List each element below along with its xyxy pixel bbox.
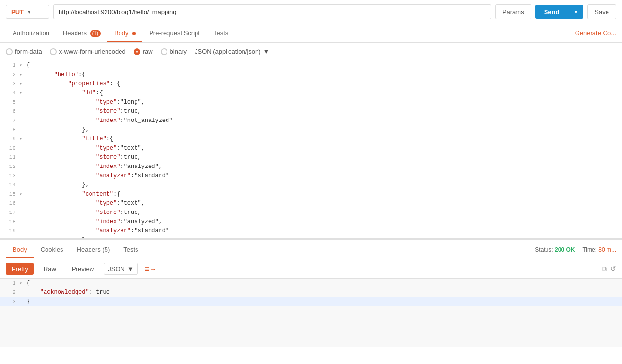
- editor-line: 2▾ "hello":{: [0, 70, 622, 79]
- tab-tests[interactable]: Tests: [207, 26, 235, 42]
- resp-tab-tests[interactable]: Tests: [117, 242, 145, 258]
- line-toggle-icon[interactable]: ▾: [19, 135, 26, 144]
- response-section: Body Cookies Headers (5) Tests Status: 2…: [0, 240, 622, 347]
- editor-line: 20 }: [0, 236, 622, 240]
- editor-line: 11 "store":true,: [0, 153, 622, 162]
- response-action-icons: ⧉ ↺: [602, 265, 616, 273]
- line-number: 2: [0, 70, 19, 79]
- line-content: "type":"text",: [26, 199, 622, 208]
- editor-line: 6 "store":true,: [0, 107, 622, 116]
- resp-line-content: "acknowledged": true: [26, 288, 620, 297]
- line-number: 7: [0, 116, 19, 125]
- resp-line-content: }: [26, 297, 620, 306]
- editor-line: 18 "index":"analyzed",: [0, 217, 622, 227]
- editor-line: 17 "store":true,: [0, 208, 622, 217]
- line-content: "store":true,: [26, 153, 622, 162]
- line-toggle-icon[interactable]: ▾: [19, 190, 26, 199]
- resp-line-number: 1: [2, 279, 19, 288]
- line-content: "hello":{: [26, 70, 622, 79]
- x-www-form-urlencoded-option[interactable]: x-www-form-urlencoded: [50, 48, 126, 55]
- line-number: 11: [0, 153, 19, 162]
- resp-line-toggle-icon[interactable]: ▾: [19, 279, 26, 288]
- preview-button[interactable]: Preview: [66, 263, 100, 275]
- request-tabs: Authorization Headers (1) Body Pre-reque…: [0, 24, 622, 43]
- method-select[interactable]: PUT ▼: [6, 5, 49, 19]
- response-toolbar: Pretty Raw Preview JSON ▼ ≡→ ⧉ ↺: [0, 259, 622, 279]
- raw-option[interactable]: raw: [134, 48, 153, 55]
- copy-icon[interactable]: ⧉: [602, 265, 607, 273]
- form-data-option[interactable]: form-data: [6, 48, 42, 55]
- tab-authorization[interactable]: Authorization: [6, 26, 56, 42]
- format-select[interactable]: JSON (application/json) ▼: [195, 48, 269, 55]
- line-content: "store":true,: [26, 208, 622, 217]
- response-tabs-bar: Body Cookies Headers (5) Tests Status: 2…: [0, 240, 622, 259]
- line-number: 19: [0, 227, 19, 236]
- binary-option[interactable]: binary: [161, 48, 187, 55]
- pretty-button[interactable]: Pretty: [6, 263, 34, 275]
- line-content: "index":"not_analyzed": [26, 116, 622, 125]
- line-content: "analyzer":"standard": [26, 171, 622, 181]
- editor-line: 19 "analyzer":"standard": [0, 227, 622, 236]
- resp-line: 2 "acknowledged": true: [0, 288, 622, 297]
- raw-radio[interactable]: [134, 48, 140, 55]
- send-group: Send ▼: [535, 5, 584, 19]
- line-number: 12: [0, 162, 19, 171]
- resp-tab-cookies[interactable]: Cookies: [34, 242, 70, 258]
- line-number: 8: [0, 125, 19, 135]
- send-dropdown-button[interactable]: ▼: [568, 5, 583, 19]
- line-toggle-icon[interactable]: ▾: [19, 89, 26, 98]
- line-number: 14: [0, 181, 19, 190]
- editor-line: 9▾ "title":{: [0, 135, 622, 144]
- line-content: "content":{: [26, 190, 622, 199]
- resp-tab-headers[interactable]: Headers (5): [70, 242, 117, 258]
- line-toggle-icon[interactable]: ▾: [19, 79, 26, 89]
- resp-format-select[interactable]: JSON ▼: [104, 263, 138, 275]
- x-www-radio[interactable]: [50, 48, 57, 55]
- format-chevron-icon: ▼: [263, 48, 270, 55]
- editor-line: 13 "analyzer":"standard": [0, 171, 622, 181]
- save-button[interactable]: Save: [587, 4, 616, 19]
- line-toggle-icon[interactable]: ▾: [19, 61, 26, 70]
- method-label: PUT: [11, 8, 24, 15]
- line-toggle-icon[interactable]: ▾: [19, 70, 26, 79]
- line-number: 16: [0, 199, 19, 208]
- resp-line: 1▾{: [0, 279, 622, 288]
- tab-headers[interactable]: Headers (1): [56, 26, 107, 42]
- resp-tab-body[interactable]: Body: [6, 242, 34, 258]
- generate-code-link[interactable]: Generate Co...: [575, 30, 616, 37]
- editor-line: 7 "index":"not_analyzed": [0, 116, 622, 125]
- send-button[interactable]: Send: [535, 5, 568, 19]
- line-content: "index":"analyzed",: [26, 162, 622, 171]
- request-editor[interactable]: 1▾{2▾ "hello":{3▾ "properties": {4▾ "id"…: [0, 61, 622, 240]
- clear-icon[interactable]: ↺: [610, 265, 616, 273]
- tab-pre-request[interactable]: Pre-request Script: [142, 26, 207, 42]
- editor-line: 16 "type":"text",: [0, 199, 622, 208]
- body-dot: [132, 32, 136, 35]
- line-content: "title":{: [26, 135, 622, 144]
- line-number: 17: [0, 208, 19, 217]
- binary-radio[interactable]: [161, 48, 167, 55]
- line-number: 4: [0, 89, 19, 98]
- line-number: 15: [0, 190, 19, 199]
- resp-line: 3}: [0, 297, 622, 306]
- raw-button[interactable]: Raw: [38, 263, 62, 275]
- editor-line: 8 },: [0, 125, 622, 135]
- line-content: "index":"analyzed",: [26, 217, 622, 227]
- line-content: "analyzer":"standard": [26, 227, 622, 236]
- resp-line-number: 3: [2, 297, 19, 306]
- wrap-button[interactable]: ≡→: [142, 263, 160, 275]
- method-chevron-icon: ▼: [27, 9, 31, 15]
- form-data-radio[interactable]: [6, 48, 13, 55]
- editor-line: 4▾ "id":{: [0, 89, 622, 98]
- params-button[interactable]: Params: [495, 4, 531, 19]
- editor-line: 5 "type":"long",: [0, 98, 622, 107]
- top-bar: PUT ▼ Params Send ▼ Save: [0, 0, 622, 24]
- tab-body[interactable]: Body: [107, 26, 142, 42]
- editor-line: 14 },: [0, 181, 622, 190]
- line-number: 20: [0, 236, 19, 240]
- response-code-area[interactable]: 1▾{2 "acknowledged": true3}: [0, 279, 622, 347]
- url-input[interactable]: [53, 4, 491, 19]
- line-number: 3: [0, 79, 19, 89]
- resp-line-content: {: [26, 279, 620, 288]
- line-content: }: [26, 236, 622, 240]
